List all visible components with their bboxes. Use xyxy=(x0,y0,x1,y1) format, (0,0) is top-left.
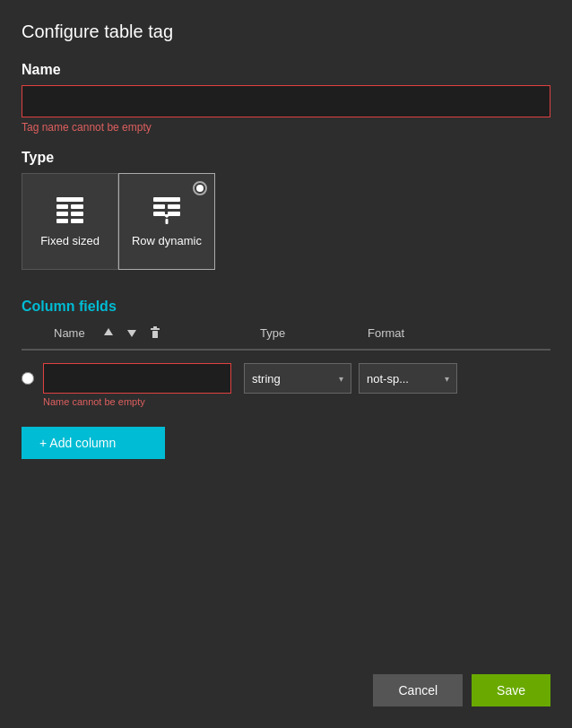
down-arrow-icon xyxy=(125,325,139,340)
svg-rect-6 xyxy=(71,219,83,223)
cf-header-type: Type xyxy=(260,326,368,340)
row-radio[interactable] xyxy=(22,372,34,385)
name-section: Name Tag name cannot be empty xyxy=(22,62,550,134)
up-arrow-icon xyxy=(101,325,116,340)
sort-up-btn[interactable] xyxy=(100,324,117,342)
row-dynamic-label: Row dynamic xyxy=(132,234,202,249)
type-dropdown-arrow: ▾ xyxy=(339,374,343,384)
svg-rect-7 xyxy=(153,197,180,202)
row-dynamic-icon xyxy=(151,195,183,227)
row-radio-wrap xyxy=(22,372,34,388)
svg-marker-15 xyxy=(127,330,136,337)
cf-header-name: Name xyxy=(54,324,242,342)
cf-name-error: Name cannot be empty xyxy=(43,396,231,407)
column-fields-section: Column fields Name xyxy=(22,299,550,660)
dialog-title: Configure table tag xyxy=(22,22,550,42)
trash-icon xyxy=(148,325,162,340)
cf-format-value: not-sp... xyxy=(367,372,409,386)
cf-header-actions xyxy=(100,324,164,342)
svg-rect-9 xyxy=(153,212,165,216)
svg-rect-8 xyxy=(153,204,165,209)
column-fields-title: Column fields xyxy=(22,299,550,315)
header-divider xyxy=(22,350,550,351)
svg-rect-0 xyxy=(56,197,83,202)
svg-rect-17 xyxy=(151,328,160,330)
row-dynamic-radio xyxy=(193,181,207,195)
type-label: Type xyxy=(22,150,550,166)
svg-marker-14 xyxy=(104,328,113,335)
add-column-label: + Add column xyxy=(39,436,116,450)
column-fields-header: Name T xyxy=(22,324,550,350)
svg-rect-1 xyxy=(56,204,68,209)
svg-rect-13 xyxy=(166,219,169,224)
name-label: Name xyxy=(22,62,550,78)
cf-type-value: string xyxy=(252,372,281,386)
save-button[interactable]: Save xyxy=(472,674,550,706)
svg-rect-4 xyxy=(71,204,83,209)
name-input[interactable] xyxy=(22,85,550,117)
fixed-table-icon xyxy=(54,195,86,227)
svg-rect-18 xyxy=(153,326,157,328)
svg-rect-2 xyxy=(56,212,68,216)
cf-name-input[interactable] xyxy=(43,363,231,394)
dialog-footer: Cancel Save xyxy=(22,660,550,706)
cf-name-input-wrap: Name cannot be empty xyxy=(43,363,231,407)
cf-format-select[interactable]: not-sp... ▾ xyxy=(359,363,457,394)
type-section: Type Fixed sized xyxy=(22,150,550,270)
cf-header-format: Format xyxy=(368,326,457,340)
cf-type-select[interactable]: string ▾ xyxy=(244,363,351,394)
svg-rect-16 xyxy=(152,331,158,338)
table-row: Name cannot be empty string ▾ not-sp... … xyxy=(22,363,550,407)
format-dropdown-arrow: ▾ xyxy=(445,374,449,384)
sort-down-btn[interactable] xyxy=(123,324,141,342)
configure-table-dialog: Configure table tag Name Tag name cannot… xyxy=(0,0,572,728)
svg-rect-10 xyxy=(168,204,180,209)
type-card-row-dynamic[interactable]: Row dynamic xyxy=(118,173,215,270)
delete-btn[interactable] xyxy=(146,324,164,342)
svg-rect-3 xyxy=(56,219,68,223)
add-column-button[interactable]: + Add column xyxy=(22,427,165,459)
fixed-sized-label: Fixed sized xyxy=(40,234,100,249)
svg-rect-5 xyxy=(71,212,83,216)
name-error: Tag name cannot be empty xyxy=(22,121,550,134)
cancel-button[interactable]: Cancel xyxy=(373,674,463,706)
type-card-fixed-sized[interactable]: Fixed sized xyxy=(22,173,118,270)
type-options: Fixed sized Row dynamic xyxy=(22,173,550,270)
